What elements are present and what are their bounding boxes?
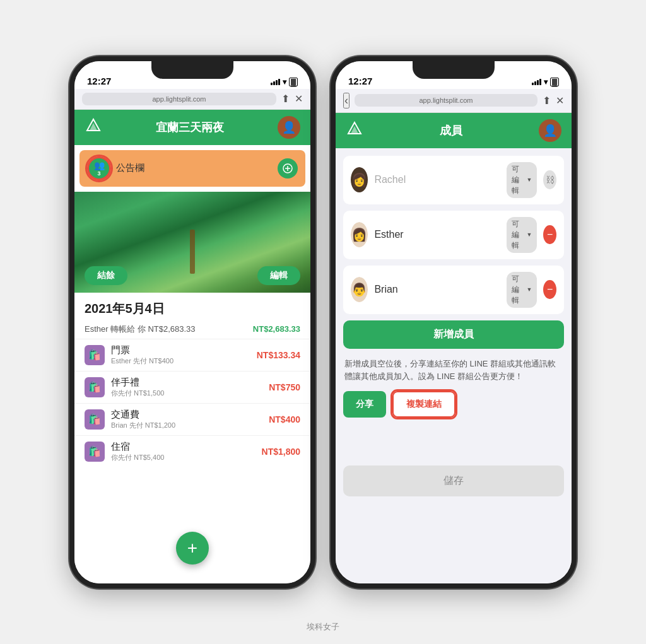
expense-icon-3: 🛍️	[85, 442, 105, 462]
app-title-left: 宜蘭三天兩夜	[156, 120, 224, 135]
expense-name-1: 伴手禮	[111, 377, 262, 389]
expense-amount-1: NT$750	[269, 382, 300, 392]
expense-name-2: 交通費	[111, 409, 262, 421]
right-phone: 12:27 ▾ ▓ ‹ app.lightsplit.com ⬆ ✕ 成員 👤	[331, 56, 577, 588]
time-left: 12:27	[87, 76, 111, 86]
browser-chrome-left: app.lightsplit.com ⬆ ✕	[74, 89, 310, 110]
balance-btn[interactable]: 結餘	[85, 266, 127, 285]
member-row-esther[interactable]: 👩 可編輯 ▼ −	[343, 211, 564, 259]
expense-info-3: 住宿 你先付 NT$5,400	[111, 441, 255, 462]
time-right: 12:27	[348, 76, 372, 86]
copy-link-button[interactable]: 複製連結	[392, 391, 455, 418]
expense-sub-3: 你先付 NT$5,400	[111, 453, 255, 462]
date-section: 2021年5月4日	[74, 293, 310, 320]
expense-amount-2: NT$400	[269, 414, 300, 424]
app-header-left: 宜蘭三天兩夜 👤	[74, 110, 310, 145]
expense-icon-2: 🛍️	[85, 409, 105, 430]
app-logo-left	[85, 117, 102, 138]
avatar-rachel: 👩	[351, 167, 368, 192]
left-phone: 12:27 ▾ ▓ app.lightsplit.com ⬆ ✕ 宜蘭三天兩夜 …	[69, 56, 315, 588]
browser-chrome-right: ‹ app.lightsplit.com ⬆ ✕	[336, 89, 572, 113]
expense-item-3[interactable]: 🛍️ 住宿 你先付 NT$5,400 NT$1,800	[74, 435, 310, 467]
back-button[interactable]: ‹	[343, 93, 349, 108]
avatar-brian: 👨	[351, 277, 368, 302]
announcement-text: 公告欄	[116, 162, 273, 174]
fab-add-button[interactable]: +	[176, 532, 209, 565]
editable-badge-esther[interactable]: 可編輯 ▼	[507, 217, 537, 253]
expense-icon-0: 🛍️	[85, 345, 105, 365]
close-browser-btn-left[interactable]: ✕	[295, 93, 303, 105]
balance-icon	[278, 158, 298, 179]
status-icons-left: ▾ ▓	[271, 78, 298, 86]
transfer-label: Esther 轉帳給 你 NT$2,683.33	[85, 324, 196, 335]
delete-btn-brian[interactable]: −	[543, 280, 556, 299]
edit-btn[interactable]: 編輯	[257, 266, 300, 285]
editable-badge-rachel[interactable]: 可編輯 ▼	[507, 162, 537, 198]
member-row-rachel[interactable]: 👩 可編輯 ▼ ⛓	[343, 156, 564, 204]
member-name-rachel[interactable]	[374, 174, 500, 185]
wifi-icon-left: ▾	[283, 78, 286, 86]
expense-name-0: 門票	[111, 344, 250, 356]
member-badge[interactable]: 👥 3	[87, 156, 111, 180]
link-icon-rachel[interactable]: ⛓	[543, 170, 556, 189]
share-browser-btn-left[interactable]: ⬆	[281, 93, 290, 105]
app-title-right: 成員	[440, 123, 462, 138]
avatar-right: 👤	[539, 119, 561, 142]
members-content: 👩 可編輯 ▼ ⛓ 👩 可編輯 ▼ − 👨	[336, 148, 572, 583]
save-button[interactable]: 儲存	[343, 465, 564, 496]
editable-badge-brian[interactable]: 可編輯 ▼	[507, 272, 537, 308]
expense-sub-1: 你先付 NT$1,500	[111, 389, 262, 398]
expense-name-3: 住宿	[111, 441, 255, 453]
expense-info-2: 交通費 Brian 先付 NT$1,200	[111, 409, 262, 430]
share-button[interactable]: 分享	[343, 391, 386, 418]
url-bar-left: app.lightsplit.com	[82, 93, 276, 105]
wifi-icon-right: ▾	[544, 78, 548, 86]
member-name-esther[interactable]	[374, 229, 500, 240]
member-count: 3	[97, 170, 100, 177]
invite-text: 新增成員空位後，分享連結至你的 LINE 群組或其他通訊軟體讓其他成員加入。設為…	[343, 358, 564, 384]
hero-buttons: 結餘 編輯	[74, 266, 310, 285]
expense-list: 🛍️ 門票 Esther 先付 NT$400 NT$133.34 🛍️ 伴手禮 …	[74, 339, 310, 467]
add-member-button[interactable]: 新增成員	[343, 320, 564, 349]
delete-btn-esther[interactable]: −	[543, 225, 556, 244]
announcement-bar[interactable]: 👥 3 公告欄	[79, 150, 305, 187]
avatar-left: 👤	[278, 116, 300, 139]
app-logo-right	[346, 120, 363, 141]
content-left: 👥 3 公告欄 結餘 編輯 2021年5月4日	[74, 145, 310, 583]
hero-image: 結餘 編輯	[74, 192, 310, 293]
member-name-brian[interactable]	[374, 284, 500, 295]
share-browser-btn-right[interactable]: ⬆	[543, 95, 551, 107]
notch	[151, 61, 233, 79]
expense-icon-1: 🛍️	[85, 377, 105, 397]
expense-info-1: 伴手禮 你先付 NT$1,500	[111, 377, 262, 398]
transfer-row: Esther 轉帳給 你 NT$2,683.33 NT$2,683.33	[74, 320, 310, 339]
expense-info-0: 門票 Esther 先付 NT$400	[111, 344, 250, 366]
status-icons-right: ▾ ▓	[532, 78, 559, 86]
notch-right	[413, 61, 495, 79]
invite-buttons: 分享 複製連結	[343, 391, 564, 418]
expense-sub-0: Esther 先付 NT$400	[111, 356, 250, 366]
expense-item-0[interactable]: 🛍️ 門票 Esther 先付 NT$400 NT$133.34	[74, 339, 310, 371]
watermark: 埃科女子	[307, 621, 339, 633]
close-browser-btn-right[interactable]: ✕	[556, 95, 564, 107]
expense-item-2[interactable]: 🛍️ 交通費 Brian 先付 NT$1,200 NT$400	[74, 403, 310, 435]
url-bar-right: app.lightsplit.com	[355, 94, 537, 107]
avatar-esther: 👩	[351, 222, 368, 247]
transfer-amount: NT$2,683.33	[253, 324, 300, 334]
member-row-brian[interactable]: 👨 可編輯 ▼ −	[343, 266, 564, 314]
expense-amount-3: NT$1,800	[262, 447, 300, 457]
app-header-right: 成員 👤	[336, 113, 572, 148]
expense-amount-0: NT$133.34	[257, 350, 300, 360]
expense-item-1[interactable]: 🛍️ 伴手禮 你先付 NT$1,500 NT$750	[74, 371, 310, 403]
expense-sub-2: Brian 先付 NT$1,200	[111, 421, 262, 430]
